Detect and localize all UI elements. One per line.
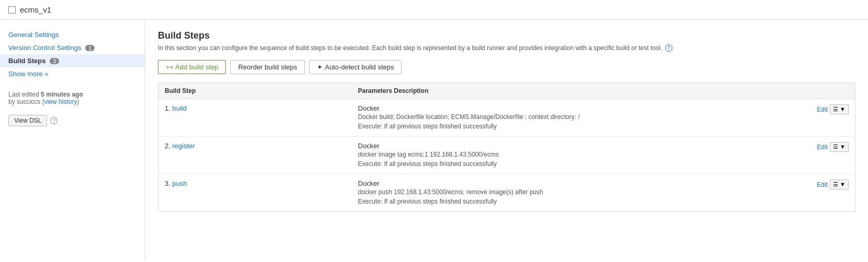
params-type: Docker: [358, 180, 849, 187]
step-name-link[interactable]: register: [172, 142, 195, 150]
sidebar-item-label: Build Steps: [8, 57, 46, 65]
row-menu-button[interactable]: ☰ ▼: [830, 104, 849, 114]
step-name-link[interactable]: build: [172, 104, 186, 112]
params-cell: Edit ☰ ▼ Docker docker image tag ecms:1 …: [352, 137, 855, 174]
col-header-step: Build Step: [158, 83, 352, 99]
show-more-link[interactable]: Show more »: [0, 67, 145, 80]
params-detail: docker push 192.168.1.43:5000/ecms; remo…: [358, 187, 849, 206]
app-title: ecms_v1: [20, 5, 51, 14]
row-menu-button[interactable]: ☰ ▼: [830, 180, 849, 189]
build-steps-badge: 3: [50, 58, 59, 64]
row-actions: Edit ☰ ▼: [817, 142, 849, 152]
view-dsl-area: View DSL ?: [0, 111, 145, 130]
add-icon: +: [166, 63, 170, 71]
sidebar-item-general-settings[interactable]: General Settings: [0, 28, 145, 41]
page-title: Build Steps: [158, 30, 855, 41]
sidebar-item-version-control-settings[interactable]: Version Control Settings 1: [0, 41, 145, 54]
window-icon: [8, 6, 16, 14]
reorder-build-steps-button[interactable]: Reorder build steps: [230, 60, 305, 74]
page-description: In this section you can configure the se…: [158, 44, 855, 52]
description-info-icon[interactable]: ?: [665, 44, 672, 52]
auto-detect-build-steps-button[interactable]: ✦ Auto-detect build steps: [309, 60, 402, 74]
top-bar: ecms_v1: [0, 0, 868, 20]
sidebar-item-build-steps[interactable]: Build Steps 3: [0, 54, 145, 67]
table-row: 3. push Edit ☰ ▼ Docker docker push 192.…: [158, 174, 855, 212]
sidebar-item-label: Version Control Settings: [8, 44, 81, 52]
table-row: 2. register Edit ☰ ▼ Docker docker image…: [158, 137, 855, 174]
step-name-link[interactable]: push: [172, 180, 187, 187]
params-detail: Docker build; Dockerfile location: ECMS.…: [358, 112, 849, 131]
row-actions: Edit ☰ ▼: [817, 104, 849, 114]
edit-link[interactable]: Edit: [817, 181, 828, 188]
view-dsl-button[interactable]: View DSL: [8, 115, 47, 126]
add-build-step-button[interactable]: + + Add build step: [158, 60, 226, 74]
dsl-help-icon[interactable]: ?: [50, 117, 58, 124]
table-row: 1. build Edit ☰ ▼ Docker Docker build; D…: [158, 99, 855, 137]
main-content: Build Steps In this section you can conf…: [145, 20, 868, 260]
step-number: 3.: [165, 180, 172, 187]
row-actions: Edit ☰ ▼: [817, 180, 849, 189]
sidebar-item-label: General Settings: [8, 31, 59, 39]
table-header-row: Build Step Parameters Description: [158, 83, 855, 99]
step-number: 1.: [165, 104, 172, 112]
params-type: Docker: [358, 104, 849, 112]
version-control-badge: 1: [85, 45, 95, 51]
params-detail: docker image tag ecms:1 192.168.1.43:500…: [358, 150, 849, 169]
step-number: 2.: [165, 142, 172, 150]
params-cell: Edit ☰ ▼ Docker docker push 192.168.1.43…: [352, 174, 855, 212]
layout: General Settings Version Control Setting…: [0, 20, 868, 260]
row-menu-button[interactable]: ☰ ▼: [830, 142, 849, 152]
params-type: Docker: [358, 142, 849, 150]
sidebar-footer: Last edited 5 minutes ago by succiccs (v…: [0, 80, 145, 111]
edit-link[interactable]: Edit: [817, 106, 828, 113]
step-cell: 1. build: [158, 99, 352, 137]
build-steps-table: Build Step Parameters Description 1. bui…: [158, 82, 855, 212]
action-buttons: + + Add build step Reorder build steps ✦…: [158, 60, 855, 74]
step-cell: 3. push: [158, 174, 352, 212]
edit-link[interactable]: Edit: [817, 144, 828, 151]
params-cell: Edit ☰ ▼ Docker Docker build; Dockerfile…: [352, 99, 855, 137]
sidebar: General Settings Version Control Setting…: [0, 20, 145, 260]
view-history-link[interactable]: view history: [44, 98, 77, 105]
detect-icon: ✦: [317, 63, 323, 71]
col-header-params: Parameters Description: [352, 83, 855, 99]
step-cell: 2. register: [158, 137, 352, 174]
